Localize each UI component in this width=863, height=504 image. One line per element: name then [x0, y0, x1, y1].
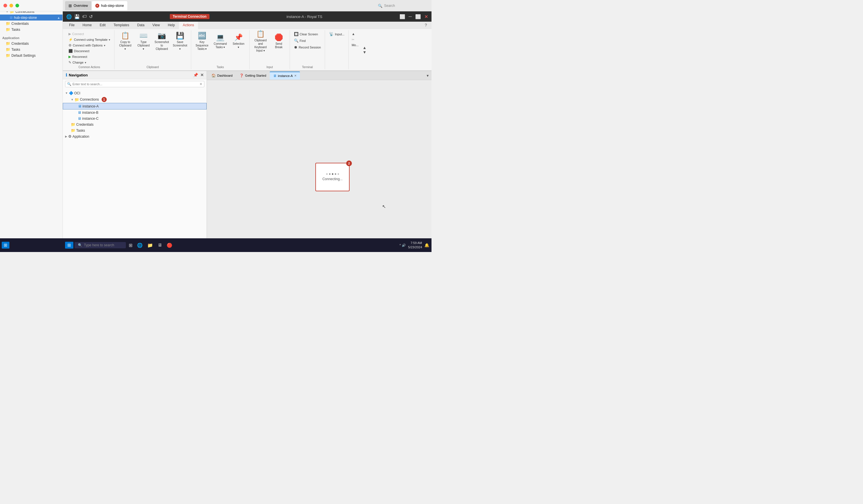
- ribbon-group-terminal: 🔲 Clear Screen 🔍 Find ⏺ Record Session T…: [290, 30, 325, 69]
- reconnect-btn[interactable]: ▶ Reconnect: [67, 54, 112, 59]
- collapse-up-btn[interactable]: ▲: [350, 31, 360, 37]
- tasks-buttons: 🔤 Key Sequence Tasks ▾ 💻 Command Tasks ▾…: [193, 30, 247, 65]
- more-scissors-btn[interactable]: ✂: [350, 37, 360, 42]
- mac-maximize-btn[interactable]: [15, 4, 19, 8]
- command-tasks-btn[interactable]: 💻 Command Tasks ▾: [212, 31, 229, 51]
- sidebar-item-tasks[interactable]: 📁 Tasks: [0, 26, 62, 33]
- tree-instance-c[interactable]: 🖥 instance-C: [63, 115, 207, 121]
- tabs-more-btn[interactable]: ▾: [425, 72, 430, 79]
- more-btn[interactable]: Mo...: [350, 43, 360, 47]
- selection-btn[interactable]: 📌 Selection ▾: [230, 31, 247, 51]
- terminal-btn[interactable]: 🖥: [156, 242, 164, 249]
- send-break-btn[interactable]: 🛑 Send Break: [270, 31, 287, 51]
- restore-btn[interactable]: ⬜: [400, 14, 405, 20]
- mac-close-btn[interactable]: [3, 4, 7, 8]
- scroll-down-btn[interactable]: ▼: [363, 50, 367, 54]
- taskview-btn[interactable]: ⊞: [127, 242, 134, 249]
- tab-file[interactable]: File: [65, 22, 78, 29]
- win-date: 5/23/2024: [408, 245, 422, 249]
- window-titlebar: 🌐 💾 🏷 ↺ Terminal Connection instance-A -…: [63, 11, 432, 22]
- content-tab-close-btn[interactable]: ✕: [294, 74, 297, 77]
- sidebar-app-defaults[interactable]: 📁 Default Settings: [0, 52, 62, 59]
- connecting-badge: 2: [346, 160, 352, 166]
- win-search-bar[interactable]: 🔍 Type here to search: [75, 242, 126, 248]
- tab-help[interactable]: Help: [164, 22, 179, 29]
- sidebar-application-header: Application: [0, 35, 62, 40]
- scissors-icon: ✂: [352, 38, 354, 42]
- tasks-folder-icon: 📁: [71, 128, 75, 132]
- tree-oci[interactable]: ▼ 🔷 OCI: [63, 90, 207, 96]
- tab-edit[interactable]: Edit: [96, 22, 110, 29]
- tree-connections[interactable]: ▼ 📁 Connections 1: [63, 96, 207, 103]
- scroll-up-btn[interactable]: ▲: [363, 45, 367, 50]
- close-btn[interactable]: ✕: [424, 14, 428, 20]
- type-clipboard-btn[interactable]: ⌨️ Type Clipboard ▾: [135, 31, 152, 51]
- tree-application[interactable]: ▶ ⚙ Application: [63, 133, 207, 139]
- connect-template-label: Connect using Template: [74, 38, 108, 41]
- nav-search-input[interactable]: [73, 82, 198, 86]
- win-start-btn[interactable]: ⊞: [2, 242, 10, 249]
- tree-instance-a[interactable]: 🖥 instance-A: [63, 103, 207, 109]
- common-actions-label: Common Actions: [67, 65, 112, 69]
- input-more-btn[interactable]: 📡 Input...: [327, 31, 346, 37]
- save-screenshot-btn[interactable]: 💾 Save Screenshot ▾: [172, 31, 189, 51]
- tab-actions[interactable]: Actions: [179, 22, 198, 29]
- refresh-icon[interactable]: ↺: [89, 14, 93, 20]
- notification-btn[interactable]: 🔔: [424, 243, 429, 247]
- nav-pin-btn[interactable]: 📌: [193, 73, 198, 77]
- connect-options-dropdown: ▾: [104, 44, 105, 47]
- mac-minimize-btn[interactable]: [10, 4, 13, 8]
- connect-template-btn[interactable]: ⚡ Connect using Template ▾: [67, 37, 112, 42]
- help-icon[interactable]: ?: [422, 22, 429, 29]
- tab-hub-step-stone[interactable]: ✕ hub-step-stone: [92, 1, 127, 10]
- mac-titlebar: [0, 0, 63, 11]
- connect-options-btn[interactable]: ⚙ Connect with Options ▾: [67, 43, 112, 48]
- nav-search[interactable]: 🔍 ✕: [65, 81, 204, 87]
- sidebar-app-tasks[interactable]: 📁 Tasks: [0, 47, 62, 52]
- connect-icon: ▶: [68, 32, 71, 36]
- instance-c-icon: 🖥: [78, 116, 82, 120]
- disconnect-label: Disconnect: [74, 49, 89, 53]
- tree-instance-b[interactable]: 🖥 instance-B: [63, 109, 207, 115]
- clipboard-keyboard-btn[interactable]: 📋 Clipboard and Keyboard Input ▾: [252, 31, 269, 51]
- minimize-btn[interactable]: ─: [409, 14, 412, 19]
- nav-search-clear[interactable]: ✕: [199, 82, 202, 86]
- badge-icon[interactable]: 🏷: [82, 14, 87, 19]
- screenshot-clipboard-btn[interactable]: 📷 Screenshot to Clipboard: [153, 31, 171, 51]
- content-tab-getting-started[interactable]: ❓ Getting Started: [236, 72, 270, 79]
- actions-col1: ▶ Connect ⚡ Connect using Template ▾ ⚙ C…: [67, 31, 112, 65]
- save-screenshot-label: Save Screenshot ▾: [173, 40, 188, 51]
- content-tab-dashboard[interactable]: 🏠 Dashboard: [208, 72, 236, 79]
- sidebar-app-credentials[interactable]: 📁 Credentials: [0, 40, 62, 47]
- input-more-icon: 📡: [329, 32, 334, 36]
- oci-icon: 🔷: [69, 91, 73, 95]
- tab-data[interactable]: Data: [133, 22, 148, 29]
- win-search-placeholder: Type here to search: [84, 243, 114, 247]
- find-btn[interactable]: 🔍 Find: [292, 38, 323, 43]
- nav-close-btn[interactable]: ✕: [200, 73, 204, 77]
- tab-home[interactable]: Home: [78, 22, 96, 29]
- change-btn[interactable]: ✎ Change ▾: [67, 60, 112, 65]
- tree-credentials[interactable]: 📁 Credentials: [63, 121, 207, 127]
- maximize-btn[interactable]: ⬜: [415, 14, 421, 20]
- explorer-btn[interactable]: 📁: [146, 242, 155, 249]
- sidebar-item-credentials[interactable]: 📁 Credentials: [0, 21, 62, 26]
- content-tab-instance-a[interactable]: 🖥 instance-A ✕: [270, 72, 300, 79]
- copy-clipboard-btn[interactable]: 📋 Copy to Clipboard ▾: [117, 31, 134, 51]
- tree-tasks[interactable]: 📁 Tasks: [63, 127, 207, 133]
- search-label[interactable]: Search: [384, 4, 395, 8]
- record-session-btn[interactable]: ⏺ Record Session: [292, 44, 323, 50]
- oracle-btn[interactable]: 🔴: [165, 242, 174, 249]
- tab-view[interactable]: View: [148, 22, 164, 29]
- key-sequence-btn[interactable]: 🔤 Key Sequence Tasks ▾: [193, 31, 211, 51]
- tab-templates[interactable]: Templates: [110, 22, 133, 29]
- clear-screen-btn[interactable]: 🔲 Clear Screen: [292, 31, 323, 37]
- sidebar-item-hub-step-stone[interactable]: 🖥 hub-step-stone ▲: [0, 14, 62, 21]
- save-icon[interactable]: 💾: [74, 14, 80, 20]
- tab-overview[interactable]: ⊞ Overview: [65, 1, 91, 10]
- dot2: [329, 173, 330, 175]
- disconnect-btn[interactable]: ⬛ Disconnect: [67, 49, 112, 54]
- edge-btn[interactable]: 🌐: [135, 242, 145, 249]
- start-btn[interactable]: ⊞: [65, 242, 73, 249]
- dot4: [335, 173, 336, 175]
